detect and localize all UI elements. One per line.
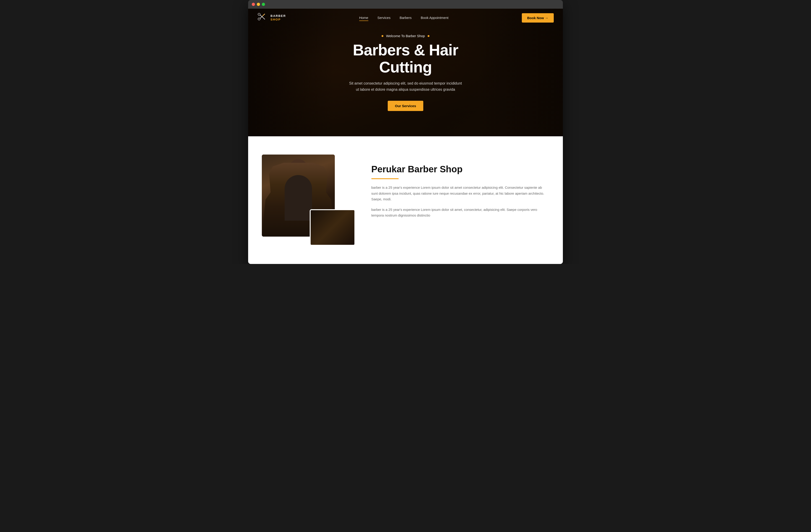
dot-item <box>355 182 356 183</box>
close-button[interactable] <box>252 3 255 6</box>
dot-item <box>345 164 346 165</box>
dot-item <box>345 168 346 169</box>
nav-item-home[interactable]: Home <box>359 16 368 20</box>
dot-item <box>350 164 351 165</box>
dot-item <box>336 173 337 174</box>
dot-item <box>355 168 356 169</box>
dot-item <box>350 177 351 178</box>
about-images: // Dots will be generated by JS below <box>262 155 357 246</box>
nav-link-book[interactable]: Book Appointment <box>421 16 448 20</box>
dot-item <box>336 177 337 178</box>
hero-subtitle: Welcome To Barber Shop <box>326 34 485 38</box>
website-content: BARBER SHOP Home Services Barbers <box>248 9 563 264</box>
about-title: Perukar Barber Shop <box>371 164 549 175</box>
dot-item <box>345 173 346 174</box>
dot-item <box>359 186 361 188</box>
hero-dot-right <box>428 35 429 37</box>
dot-item <box>345 182 346 183</box>
dot-item <box>340 173 341 174</box>
dot-item <box>359 177 361 178</box>
nav-item-book[interactable]: Book Appointment <box>421 16 448 20</box>
hero-left-figure <box>248 9 335 136</box>
browser-titlebar <box>248 0 563 9</box>
dot-item <box>355 191 356 192</box>
dot-item <box>355 177 356 178</box>
dot-item <box>345 177 346 178</box>
dot-item <box>340 182 341 183</box>
logo-text: BARBER SHOP <box>271 14 286 21</box>
hero-section: BARBER SHOP Home Services Barbers <box>248 9 563 136</box>
nav-link-services[interactable]: Services <box>378 16 391 20</box>
browser-window: BARBER SHOP Home Services Barbers <box>248 0 563 264</box>
about-overlay-image-sim <box>311 210 354 245</box>
about-desc-1: barber is a 25 year's experience Lorem i… <box>371 185 549 202</box>
dot-item <box>350 168 351 169</box>
dot-item <box>355 164 356 165</box>
hero-content: Welcome To Barber Shop Barbers & Hair Cu… <box>326 34 485 111</box>
dot-item <box>336 168 337 169</box>
svg-line-2 <box>260 15 265 19</box>
dot-item <box>350 182 351 183</box>
dot-item <box>336 182 337 183</box>
minimize-button[interactable] <box>257 3 260 6</box>
dot-item <box>359 164 361 165</box>
dot-item <box>359 191 361 192</box>
dot-item <box>350 173 351 174</box>
dot-item <box>350 186 351 188</box>
hero-right-figure <box>476 9 563 136</box>
hero-description: Sit amet consectetur adipiscing elit, se… <box>326 80 485 93</box>
hero-title: Barbers & Hair Cutting <box>326 42 485 76</box>
dot-item <box>359 173 361 174</box>
dot-item <box>359 182 361 183</box>
nav-link-barbers[interactable]: Barbers <box>400 16 412 20</box>
nav-item-barbers[interactable]: Barbers <box>400 16 412 20</box>
nav-item-services[interactable]: Services <box>378 16 391 20</box>
dot-item <box>355 173 356 174</box>
dot-item <box>355 186 356 188</box>
dot-item <box>336 164 337 165</box>
dot-item <box>350 191 351 192</box>
dot-item <box>336 191 337 192</box>
logo-icon <box>257 12 269 24</box>
dot-item <box>340 177 341 178</box>
navbar: BARBER SHOP Home Services Barbers <box>248 9 563 27</box>
dot-item <box>340 168 341 169</box>
nav-link-home[interactable]: Home <box>359 16 368 21</box>
logo: BARBER SHOP <box>257 12 286 24</box>
dot-item <box>340 191 341 192</box>
svg-point-0 <box>258 13 260 16</box>
dot-item <box>345 186 346 188</box>
about-section: // Dots will be generated by JS below Pe… <box>248 136 563 264</box>
about-overlay-image <box>310 209 355 246</box>
dot-item <box>340 164 341 165</box>
dot-item <box>340 186 341 188</box>
our-services-button[interactable]: Our Services <box>388 101 424 111</box>
about-desc-2: barber is a 25 year's experience Lorem i… <box>371 207 549 218</box>
dot-item <box>359 168 361 169</box>
nav-links: Home Services Barbers Book Appointment <box>359 16 448 20</box>
svg-point-1 <box>258 18 260 20</box>
svg-rect-4 <box>262 14 265 16</box>
hero-dot-left <box>382 35 383 37</box>
about-text: Perukar Barber Shop barber is a 25 year'… <box>371 155 549 223</box>
book-now-button[interactable]: Book Now → <box>522 13 554 22</box>
hero-subtitle-text: Welcome To Barber Shop <box>386 34 425 38</box>
about-underline <box>371 178 399 179</box>
dot-item <box>345 191 346 192</box>
dot-item <box>336 186 337 188</box>
maximize-button[interactable] <box>262 3 265 6</box>
